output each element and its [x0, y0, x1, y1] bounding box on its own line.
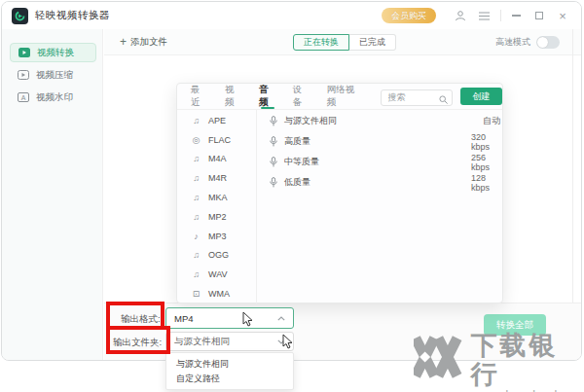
chevron-up-icon — [277, 316, 285, 321]
audio-format-icon: ♫ — [191, 116, 201, 125]
mouse-cursor — [282, 334, 294, 349]
sidebar-item-video-convert[interactable]: 视频转换 — [10, 43, 96, 62]
microphone-icon — [270, 177, 277, 188]
format-item-m4a[interactable]: ♫M4A — [177, 150, 256, 169]
annotation-box-output-folder — [106, 326, 170, 354]
title-bar: 轻映视频转换器 会员购买 × — [2, 2, 581, 29]
downbank-logo-icon — [414, 332, 462, 382]
quality-item-low[interactable]: 低质量 128 kbps — [257, 172, 502, 193]
audio-format-icon: ⊡ — [191, 289, 201, 299]
format-item-mka[interactable]: ♫MKA — [177, 188, 256, 207]
format-item-flac[interactable]: ◎FLAC — [177, 130, 256, 150]
watermark: 下载银行 www.downbank.cn — [414, 332, 584, 392]
maximize-button[interactable] — [530, 7, 548, 24]
format-panel-tabs: 最近 视频 音频 设备 网络视频 创建 — [177, 84, 502, 110]
format-item-wma[interactable]: ⊡WMA — [177, 284, 256, 303]
microphone-icon — [270, 116, 277, 126]
quality-item-medium[interactable]: 中等质量 256 kbps — [257, 152, 502, 172]
app-logo-icon — [12, 8, 28, 24]
output-folder-dropdown: 与源文件相同 自定义路径 — [165, 352, 294, 390]
output-format-value: MP4 — [174, 313, 194, 324]
search-icon — [439, 90, 448, 108]
svg-text:A: A — [21, 94, 26, 101]
output-folder-value: 与源文件相同 — [174, 336, 230, 348]
add-file-label: 添加文件 — [130, 36, 167, 49]
tab-converting[interactable]: 正在转换 — [293, 34, 349, 51]
microphone-icon — [270, 157, 277, 167]
format-item-m4r[interactable]: ♫M4R — [177, 168, 256, 188]
format-item-mp2[interactable]: ♫MP2 — [177, 207, 256, 227]
sidebar-item-label: 视频转换 — [37, 47, 74, 59]
watermark-text: 下载银行 www.downbank.cn — [470, 332, 584, 392]
titlebar-divider — [500, 10, 501, 21]
sidebar-item-video-watermark[interactable]: A 视频水印 — [10, 88, 96, 107]
speed-mode-group: 高速模式 — [495, 29, 560, 55]
format-list: ♫APE ◎FLAC ♫M4A ♫M4R ♫MKA ♫MP2 ♪MP3 ♫OGG… — [177, 110, 257, 303]
video-convert-icon — [18, 47, 30, 58]
output-folder-select[interactable]: 与源文件相同 — [165, 332, 294, 351]
mouse-cursor — [242, 311, 254, 327]
panel-tab-recent[interactable]: 最近 — [191, 84, 208, 109]
minimize-button[interactable] — [507, 7, 525, 24]
audio-format-icon: ♪ — [191, 232, 201, 241]
format-panel-body: ♫APE ◎FLAC ♫M4A ♫M4R ♫MKA ♫MP2 ♪MP3 ♫OGG… — [177, 110, 502, 303]
panel-tab-audio[interactable]: 音频 — [259, 84, 276, 109]
panel-tab-web-video[interactable]: 网络视频 — [327, 84, 362, 109]
speed-mode-toggle[interactable] — [536, 36, 560, 49]
main-toolbar: + 添加文件 正在转换 已完成 高速模式 — [104, 29, 581, 55]
format-item-mp3[interactable]: ♪MP3 — [177, 227, 256, 246]
audio-format-icon: ◎ — [191, 135, 201, 145]
sidebar: 视频转换 视频压缩 A 视频水印 — [2, 29, 103, 360]
user-account-icon[interactable] — [452, 7, 469, 24]
convert-status-tabs: 正在转换 已完成 — [293, 34, 396, 51]
format-item-wav[interactable]: ♫WAV — [177, 265, 256, 284]
scrollbar[interactable] — [572, 29, 573, 303]
video-watermark-icon: A — [18, 91, 29, 103]
microphone-icon — [270, 136, 277, 147]
sidebar-item-label: 视频压缩 — [36, 69, 73, 82]
close-button[interactable]: × — [554, 7, 571, 24]
audio-format-icon: ♫ — [191, 269, 201, 279]
quality-item-same-as-source[interactable]: 与源文件相同 自动 — [257, 111, 502, 131]
quality-item-high[interactable]: 高质量 320 kbps — [257, 131, 502, 152]
app-title: 轻映视频转换器 — [35, 9, 110, 22]
panel-tab-device[interactable]: 设备 — [293, 84, 310, 109]
quality-list: 与源文件相同 自动 高质量 320 kbps 中等质量 256 kbps 低质量… — [257, 110, 502, 303]
audio-format-icon: ♫ — [191, 212, 201, 222]
format-item-ogg[interactable]: ♫OGG — [177, 246, 256, 266]
watermark-url: www.downbank.cn — [470, 388, 584, 392]
watermark-title: 下载银行 — [470, 332, 584, 389]
speed-mode-label: 高速模式 — [495, 36, 530, 49]
add-file-button[interactable]: + 添加文件 — [120, 36, 167, 49]
format-item-ape[interactable]: ♫APE — [177, 111, 256, 130]
audio-format-icon: ♫ — [191, 193, 201, 202]
search-box — [379, 87, 453, 106]
sidebar-item-video-compress[interactable]: 视频压缩 — [10, 65, 96, 85]
panel-tab-video[interactable]: 视频 — [225, 84, 242, 109]
vip-purchase-button[interactable]: 会员购买 — [382, 8, 436, 23]
folder-option-custom-path[interactable]: 自定义路径 — [166, 372, 293, 385]
create-button[interactable]: 创建 — [460, 88, 502, 105]
menu-icon[interactable] — [475, 7, 493, 24]
tab-completed[interactable]: 已完成 — [349, 34, 396, 51]
output-format-panel: 最近 视频 音频 设备 网络视频 创建 ♫APE ◎FLAC ♫M4A ♫M4R — [176, 83, 503, 303]
audio-format-icon: ♫ — [191, 173, 201, 183]
output-format-select[interactable]: MP4 — [165, 307, 294, 329]
plus-icon: + — [120, 36, 127, 48]
audio-format-icon: ♫ — [191, 154, 201, 163]
page: 轻映视频转换器 会员购买 × — [0, 0, 584, 392]
folder-option-same-as-source[interactable]: 与源文件相同 — [166, 357, 293, 371]
sidebar-item-label: 视频水印 — [36, 91, 73, 104]
video-compress-icon — [18, 69, 29, 81]
audio-format-icon: ♫ — [191, 250, 201, 260]
